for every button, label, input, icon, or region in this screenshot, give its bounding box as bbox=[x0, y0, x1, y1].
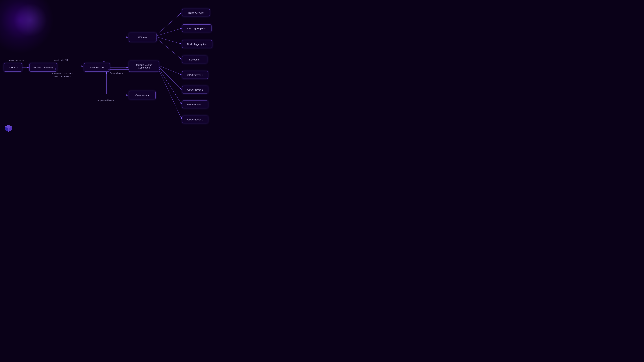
leaf-aggregation-node: Leaf Aggregation bbox=[182, 24, 212, 32]
svg-line-8 bbox=[156, 28, 182, 36]
retrieves-prove-label: Retrieves prove batch after compression bbox=[52, 72, 73, 78]
svg-line-13 bbox=[159, 69, 182, 104]
witness-node: Witness bbox=[129, 33, 156, 42]
logo bbox=[4, 124, 13, 133]
compressor-node: Compressor bbox=[129, 91, 156, 99]
prover-gateway-node: Prover Gateaway bbox=[29, 63, 57, 72]
vector-generators-node: Multiple Vector Generators bbox=[129, 61, 159, 72]
operator-node: Operator bbox=[4, 63, 22, 72]
svg-line-14 bbox=[159, 70, 182, 119]
proven-batch-label: Proven batch bbox=[110, 72, 123, 75]
svg-line-10 bbox=[156, 38, 182, 59]
svg-line-7 bbox=[156, 12, 182, 35]
basic-circuits-node: Basic Circuits bbox=[182, 9, 210, 16]
gpu-prover-2-node: GPU Prover 2 bbox=[182, 86, 208, 93]
svg-line-11 bbox=[159, 66, 182, 75]
svg-line-12 bbox=[159, 67, 182, 90]
compressed-batch-label: compressed batch bbox=[96, 99, 114, 102]
inserts-into-db-label: inserts into DB bbox=[54, 59, 68, 62]
gpu-prover-3-node: GPU Prover .. bbox=[182, 101, 208, 108]
scheduler-node: Scheduler bbox=[182, 56, 207, 63]
svg-line-9 bbox=[156, 37, 182, 44]
gpu-prover-1-node: GPU Prover 1 bbox=[182, 71, 208, 79]
produces-batch-label: Produces batch bbox=[9, 59, 24, 62]
diagram-container: Operator Prover Gateaway Postgres DB Wit… bbox=[0, 0, 244, 137]
node-aggregation-node: Node Aggregation bbox=[182, 40, 212, 48]
gpu-prover-4-node: GPU Prover .. bbox=[182, 116, 208, 123]
postgres-db-node: Postgres DB bbox=[84, 63, 110, 72]
